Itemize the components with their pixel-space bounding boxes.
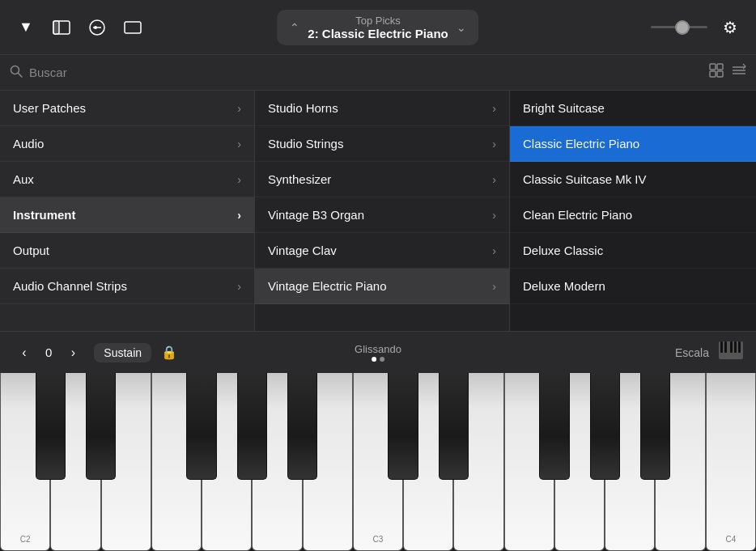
left-panel: User Patches › Audio › Aux › Instrument … [0, 91, 255, 331]
right-controls: Escala [675, 341, 743, 364]
glissando-dots [372, 357, 384, 362]
arrow-icon: › [237, 138, 241, 150]
octave-prev-button[interactable]: ‹ [13, 341, 36, 364]
octave-number: 0 [45, 345, 52, 359]
svg-rect-16 [720, 341, 723, 353]
lock-icon[interactable]: 🔒 [161, 345, 177, 360]
search-input[interactable] [29, 66, 703, 79]
sidebar-item-audio[interactable]: Audio › [0, 126, 254, 162]
sidebar-item-output[interactable]: Output [0, 233, 254, 269]
sidebar-item-aux[interactable]: Aux › [0, 162, 254, 197]
smart-controls-icon[interactable] [84, 15, 110, 40]
sidebar-item-user-patches[interactable]: User Patches › [0, 91, 254, 126]
middle-item-vintage-electric-piano[interactable]: Vintage Electric Piano › [255, 269, 509, 304]
arrow-icon: › [492, 173, 496, 186]
black-key-12[interactable] [640, 373, 670, 480]
middle-item-synthesizer[interactable]: Synthesizer › [255, 162, 509, 197]
sidebar-item-instrument[interactable]: Instrument › [0, 197, 254, 233]
black-key-4[interactable] [237, 373, 267, 480]
black-key-3[interactable] [186, 373, 216, 480]
right-item-bright-suitcase[interactable]: Bright Suitcase [510, 91, 756, 126]
piano-keyboard[interactable]: C2C3C4 [0, 373, 756, 551]
volume-knob[interactable] [675, 20, 690, 35]
top-bar: ▼ ⌃ To [0, 0, 756, 55]
search-icon [10, 65, 23, 81]
arrow-icon: › [492, 280, 496, 293]
collapse-icon[interactable] [732, 63, 746, 82]
picker-text: Top Picks 2: Classic Electric Piano [308, 15, 448, 40]
black-key-7[interactable] [388, 373, 418, 480]
octave-next-button[interactable]: › [62, 341, 84, 364]
white-key-C4[interactable]: C4 [706, 373, 756, 551]
arrow-icon: › [237, 102, 241, 115]
svg-point-4 [94, 26, 97, 29]
svg-rect-10 [710, 71, 716, 77]
search-right-icons [709, 63, 746, 82]
window-icon[interactable] [120, 15, 146, 40]
glissando-label: Glissando [355, 343, 401, 355]
right-item-deluxe-modern[interactable]: Deluxe Modern [510, 269, 756, 304]
volume-slider[interactable] [651, 26, 707, 28]
black-key-10[interactable] [539, 373, 569, 480]
dot-1 [372, 357, 376, 362]
top-bar-left: ▼ [13, 15, 146, 40]
picker-title: Top Picks [308, 15, 448, 27]
svg-rect-18 [730, 341, 733, 353]
right-item-classic-electric-piano[interactable]: Classic Electric Piano [510, 126, 756, 162]
bottom-controls: ‹ 0 › Sustain 🔒 Glissando Escala [0, 331, 756, 373]
arrow-icon: › [492, 244, 496, 257]
sustain-button[interactable]: Sustain [94, 343, 151, 362]
dot-2 [380, 357, 384, 362]
arrow-icon: › [237, 209, 241, 222]
key-label-C3: C3 [373, 535, 384, 544]
key-label-C4: C4 [725, 535, 736, 544]
right-item-classic-suitcase-mk-iv[interactable]: Classic Suitcase Mk IV [510, 162, 756, 197]
svg-rect-19 [734, 341, 737, 353]
arrow-icon: › [492, 209, 496, 222]
svg-rect-17 [724, 341, 727, 353]
search-bar [0, 55, 756, 91]
picker-subtitle: 2: Classic Electric Piano [308, 27, 448, 40]
black-key-0[interactable] [36, 373, 66, 480]
svg-rect-5 [125, 22, 141, 33]
middle-item-studio-strings[interactable]: Studio Strings › [255, 126, 509, 162]
svg-rect-9 [717, 64, 723, 70]
arrow-icon: › [492, 102, 496, 115]
glissando-control: Glissando [355, 343, 401, 362]
patch-picker[interactable]: ⌃ Top Picks 2: Classic Electric Piano ⌄ [277, 10, 478, 45]
svg-rect-11 [717, 71, 723, 77]
black-key-1[interactable] [86, 373, 116, 480]
black-key-5[interactable] [287, 373, 317, 480]
right-item-deluxe-classic[interactable]: Deluxe Classic [510, 233, 756, 269]
app-container: ▼ ⌃ To [0, 0, 756, 551]
middle-item-studio-horns[interactable]: Studio Horns › [255, 91, 509, 126]
picker-next-arrow[interactable]: ⌄ [457, 21, 466, 34]
arrow-icon: › [237, 173, 241, 186]
right-panel: Bright Suitcase Classic Electric Piano C… [510, 91, 756, 331]
sidebar-item-audio-channel-strips[interactable]: Audio Channel Strips › [0, 269, 254, 304]
arrow-icon: › [492, 138, 496, 150]
panels-row: User Patches › Audio › Aux › Instrument … [0, 91, 756, 331]
middle-panel: Studio Horns › Studio Strings › Synthesi… [255, 91, 510, 331]
svg-rect-20 [738, 341, 741, 353]
svg-line-7 [19, 73, 23, 77]
middle-item-vintage-b3-organ[interactable]: Vintage B3 Organ › [255, 197, 509, 233]
svg-rect-8 [710, 64, 716, 70]
volume-line [651, 26, 707, 28]
picker-prev-arrow[interactable]: ⌃ [290, 21, 299, 34]
top-bar-right: ⚙ [651, 15, 743, 40]
settings-icon[interactable]: ⚙ [717, 15, 743, 40]
piano-keys-icon[interactable] [719, 341, 743, 364]
library-icon[interactable] [49, 15, 74, 40]
right-item-clean-electric-piano[interactable]: Clean Electric Piano [510, 197, 756, 233]
black-key-11[interactable] [590, 373, 620, 480]
arrow-icon: › [237, 280, 241, 293]
scala-label: Escala [675, 346, 709, 359]
dropdown-icon[interactable]: ▼ [13, 15, 39, 40]
black-key-8[interactable] [439, 373, 469, 480]
svg-rect-1 [53, 21, 59, 34]
middle-item-vintage-clav[interactable]: Vintage Clav › [255, 233, 509, 269]
grid-view-icon[interactable] [709, 63, 724, 82]
key-label-C2: C2 [20, 535, 31, 544]
